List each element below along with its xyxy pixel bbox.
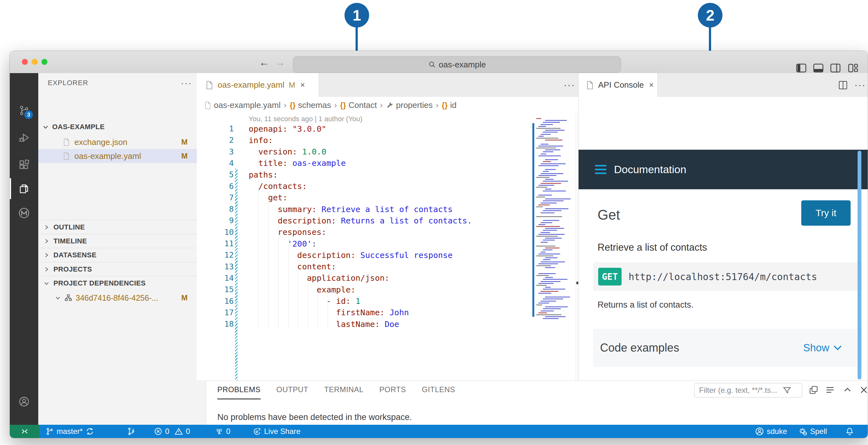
customize-layout-icon[interactable] — [848, 64, 858, 72]
tab-close-icon[interactable]: × — [300, 80, 305, 90]
account-icon[interactable] — [18, 396, 30, 407]
tab-close-icon[interactable]: × — [649, 80, 654, 90]
ports-status-item[interactable]: 0 — [215, 425, 230, 438]
code-line-7[interactable]: 7 get: — [197, 192, 545, 204]
code-editor[interactable]: You, 11 seconds ago | 1 author (You) 1op… — [197, 114, 576, 380]
line-content: summary: Retrieve a list of contacts — [249, 204, 453, 214]
maximize-panel-chevron-icon[interactable] — [843, 385, 852, 395]
toggle-sidebar-icon[interactable] — [796, 64, 806, 72]
breadcrumb-item-id[interactable]: {}id — [442, 100, 457, 110]
method-title: Get — [597, 207, 620, 223]
toggle-secondary-sidebar-icon[interactable] — [830, 64, 840, 72]
panel-tab-output[interactable]: OUTPUT — [276, 385, 308, 399]
run-debug-icon[interactable] — [18, 132, 30, 143]
line-number: 15 — [197, 285, 234, 294]
breadcrumb-separator-icon: › — [380, 100, 383, 110]
project-root-label: OAS-EXAMPLE — [52, 123, 105, 131]
menu-hamburger-icon[interactable] — [595, 163, 607, 176]
problems-filter-input[interactable]: Filter (e.g. text, **/*.ts... — [694, 383, 802, 397]
code-line-10[interactable]: 10 responses: — [197, 226, 545, 238]
code-line-11[interactable]: 11 '200': — [197, 238, 545, 249]
code-line-1[interactable]: 1openapi: "3.0.0" — [197, 123, 545, 135]
code-line-16[interactable]: 16 - id: 1 — [197, 295, 545, 307]
breadcrumb-item-schemas[interactable]: {}schemas — [290, 100, 331, 110]
code-line-13[interactable]: 13 content: — [197, 261, 545, 272]
sidebar-section-project-dependencies[interactable]: PROJECT DEPENDENCIES — [38, 276, 206, 290]
code-line-17[interactable]: 17 firstName: John — [197, 307, 545, 318]
minimap[interactable] — [532, 114, 576, 377]
code-line-14[interactable]: 14 application/json: — [197, 272, 545, 284]
close-panel-icon[interactable] — [859, 385, 868, 395]
file-item-oas-example.yaml[interactable]: oas-example.yamlM — [38, 149, 206, 163]
show-code-examples-link[interactable]: Show — [803, 342, 842, 354]
code-line-5[interactable]: 5paths: — [197, 169, 545, 180]
explorer-more-actions-icon[interactable]: ··· — [181, 78, 192, 88]
zoom-window-button[interactable] — [41, 59, 48, 65]
live-share-status-item[interactable]: Live Share — [253, 425, 301, 438]
breadcrumb-item-Contact[interactable]: {}Contact — [340, 100, 377, 110]
line-number: 14 — [197, 273, 234, 283]
panel-tab-gitlens[interactable]: GITLENS — [422, 385, 455, 399]
back-icon[interactable]: ← — [259, 57, 269, 68]
account-status-item[interactable]: sduke — [755, 425, 787, 438]
activity-bar: 3 — [10, 73, 38, 425]
forward-icon[interactable]: → — [275, 57, 285, 68]
try-it-button[interactable]: Try it — [801, 200, 850, 226]
branch-status-item[interactable]: master* — [45, 425, 94, 438]
api-console-more-actions-icon[interactable]: ··· — [855, 80, 866, 90]
broadcast-tower-icon — [215, 427, 224, 436]
spell-status-item[interactable]: Spell — [798, 425, 827, 438]
tab-api-console[interactable]: API Console × — [579, 73, 658, 97]
documentation-header: Documentation — [579, 150, 868, 189]
chevron-right-icon — [43, 224, 50, 230]
tab-oas-example-yaml[interactable]: oas-example.yaml M × — [197, 73, 319, 97]
symbol-icon: {} — [340, 101, 346, 110]
editor-more-actions-icon[interactable]: ··· — [564, 80, 575, 90]
remote-indicator[interactable] — [10, 425, 39, 438]
code-line-8[interactable]: 8 summary: Retrieve a list of contacts — [197, 203, 545, 215]
code-line-4[interactable]: 4 title: oas-example — [197, 157, 545, 169]
chevron-down-icon — [55, 295, 61, 301]
split-editor-icon[interactable] — [839, 81, 847, 90]
sidebar-section-timeline[interactable]: TIMELINE — [38, 234, 206, 248]
file-item-exchange.json[interactable]: exchange.jsonM — [38, 135, 206, 149]
sidebar-section-outline[interactable]: OUTLINE — [38, 220, 206, 234]
code-line-3[interactable]: 3 version: 1.0.0 — [197, 146, 545, 158]
code-line-2[interactable]: 2info: — [197, 134, 545, 146]
breadcrumb[interactable]: oas-example.yaml›{}schemas›{}Contact›pro… — [197, 97, 578, 114]
breadcrumb-item-properties[interactable]: properties — [386, 100, 433, 110]
view-as-list-icon[interactable] — [825, 385, 835, 395]
dependency-item[interactable]: 346d7416-8f46-4256-...M — [38, 291, 206, 305]
file-icon — [63, 152, 70, 160]
breadcrumb-item-oas-example.yaml[interactable]: oas-example.yaml — [204, 100, 281, 110]
notifications-status-item[interactable] — [845, 425, 855, 438]
sidebar-section-datasense[interactable]: DATASENSE — [38, 248, 206, 262]
code-line-6[interactable]: 6 /contacts: — [197, 180, 545, 192]
panel-tab-problems[interactable]: PROBLEMS — [217, 385, 261, 399]
git-graph-status-item[interactable] — [127, 425, 136, 438]
chevron-down-icon — [42, 123, 49, 130]
explorer-icon[interactable] — [18, 183, 30, 195]
copy-all-icon[interactable] — [809, 385, 818, 395]
code-line-15[interactable]: 15 example: — [197, 284, 545, 295]
code-line-9[interactable]: 9 description: Returns a list of contact… — [197, 215, 545, 226]
git-modified-badge: M — [181, 138, 188, 147]
toggle-panel-icon[interactable] — [813, 64, 824, 72]
close-window-button[interactable] — [22, 59, 28, 65]
code-line-18[interactable]: 18 lastName: Doe — [197, 318, 545, 330]
panel-tab-terminal[interactable]: TERMINAL — [324, 385, 364, 399]
api-console-scrollbar[interactable] — [858, 151, 861, 380]
project-root-row[interactable]: OAS-EXAMPLE — [38, 120, 206, 134]
breadcrumb-label: oas-example.yaml — [214, 100, 281, 110]
search-value: oas-example — [439, 60, 486, 70]
problems-status-item[interactable]: 0 0 — [154, 425, 190, 438]
minimize-window-button[interactable] — [32, 59, 38, 65]
command-center-search[interactable]: oas-example — [293, 56, 621, 73]
modified-lines-gutter-indicator — [235, 169, 238, 380]
extensions-icon[interactable] — [18, 159, 30, 171]
mulesoft-icon[interactable] — [18, 207, 30, 219]
code-line-12[interactable]: 12 description: Successful response — [197, 249, 545, 261]
symbol-icon: {} — [442, 101, 447, 110]
panel-tab-ports[interactable]: PORTS — [379, 385, 406, 399]
sidebar-section-projects[interactable]: PROJECTS — [38, 262, 206, 276]
